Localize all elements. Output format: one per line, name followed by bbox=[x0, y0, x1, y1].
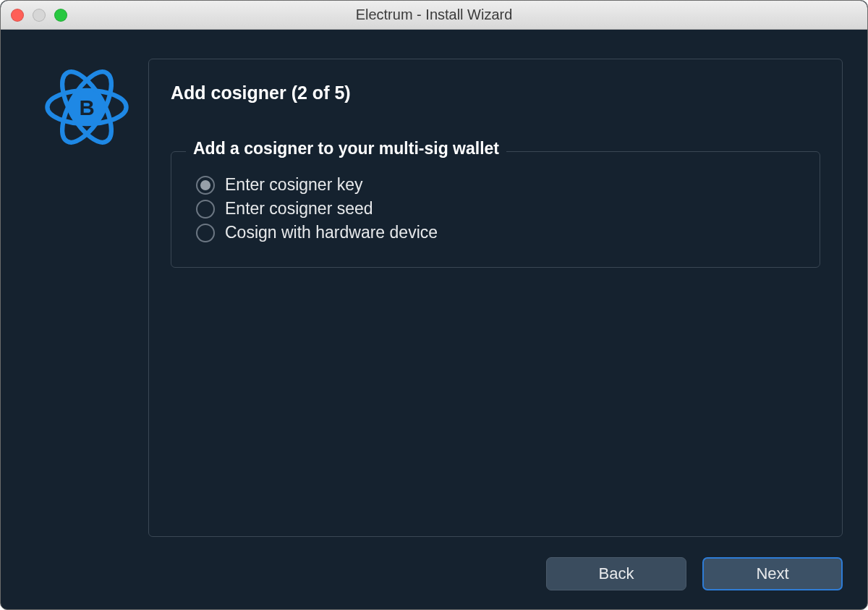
radio-button-icon bbox=[196, 200, 215, 219]
electrum-logo-icon: B bbox=[40, 60, 134, 154]
radio-cosign-hardware[interactable]: Cosign with hardware device bbox=[196, 223, 795, 242]
back-button[interactable]: Back bbox=[546, 557, 686, 590]
cosigner-group-title: Add a cosigner to your multi-sig wallet bbox=[186, 139, 506, 158]
radio-label: Enter cosigner seed bbox=[225, 199, 373, 219]
wizard-heading: Add cosigner (2 of 5) bbox=[171, 82, 820, 103]
titlebar: Electrum - Install Wizard bbox=[1, 1, 867, 30]
radio-enter-cosigner-seed[interactable]: Enter cosigner seed bbox=[196, 199, 795, 219]
svg-text:B: B bbox=[79, 96, 94, 119]
next-button[interactable]: Next bbox=[702, 557, 843, 590]
wizard-panel: Add cosigner (2 of 5) Add a cosigner to … bbox=[148, 59, 843, 537]
cosigner-group: Add a cosigner to your multi-sig wallet … bbox=[171, 151, 820, 268]
traffic-lights bbox=[11, 9, 67, 22]
logo-column: B bbox=[25, 59, 148, 537]
radio-button-icon bbox=[196, 176, 215, 195]
radio-label: Enter cosigner key bbox=[225, 175, 362, 195]
app-window: Electrum - Install Wizard B bbox=[0, 0, 868, 610]
radio-enter-cosigner-key[interactable]: Enter cosigner key bbox=[196, 175, 795, 195]
close-window-icon[interactable] bbox=[11, 9, 24, 22]
content-row: B Add cosigner (2 of 5) Add a cosigner t… bbox=[25, 59, 843, 537]
maximize-window-icon[interactable] bbox=[54, 9, 67, 22]
window-title: Electrum - Install Wizard bbox=[1, 7, 867, 23]
radio-label: Cosign with hardware device bbox=[225, 223, 438, 242]
radio-button-icon bbox=[196, 224, 215, 242]
wizard-button-row: Back Next bbox=[25, 557, 843, 590]
wizard-body: B Add cosigner (2 of 5) Add a cosigner t… bbox=[1, 30, 867, 609]
minimize-window-icon[interactable] bbox=[33, 9, 46, 22]
